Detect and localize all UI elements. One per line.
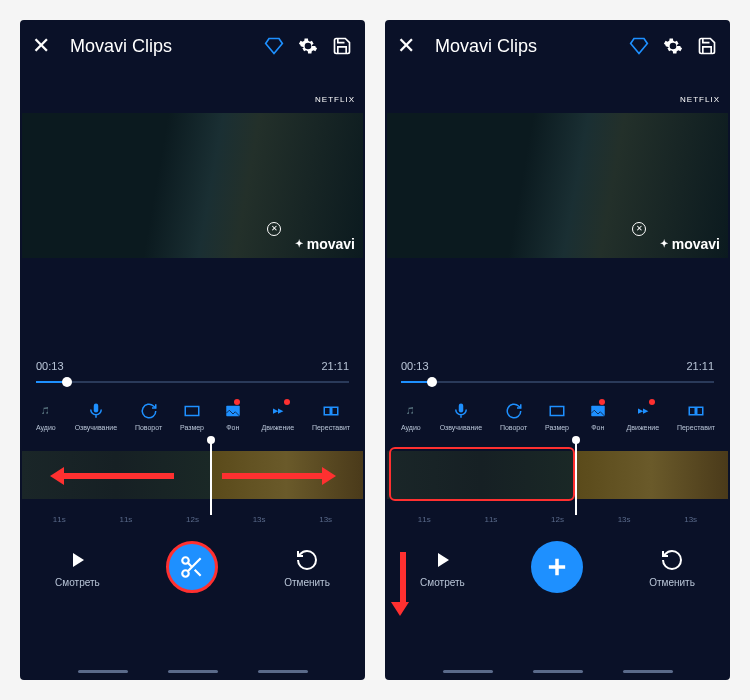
video-frame: ✕ NETFLIX ✦movavi <box>22 113 363 258</box>
app-header: ✕ Movavi Clips <box>22 22 363 70</box>
tool-row: 🎵Аудио Озвучивание Поворот Размер Фон ▶▶… <box>387 398 728 433</box>
progress-bar[interactable] <box>387 372 728 392</box>
watch-button[interactable]: Смотреть <box>55 547 100 588</box>
mic-icon <box>85 400 107 422</box>
close-button[interactable]: ✕ <box>32 33 50 59</box>
time-current: 00:13 <box>401 360 429 372</box>
app-title: Movavi Clips <box>70 36 251 57</box>
phone-screen-right: ✕ Movavi Clips ✕ NETFLIX ✦movavi 00:13 2… <box>385 20 730 680</box>
phone-screen-left: ✕ Movavi Clips ✕ NETFLIX ✦movavi 00:13 2… <box>20 20 365 680</box>
tool-row: 🎵Аудио Озвучивание Поворот Размер Фон ▶▶… <box>22 398 363 433</box>
annotation-selection-box <box>389 447 575 501</box>
timeline[interactable] <box>22 445 363 509</box>
audio-icon: 🎵 <box>400 400 422 422</box>
provider-tag: NETFLIX <box>680 95 720 104</box>
tool-audio[interactable]: 🎵Аудио <box>35 400 57 431</box>
size-icon <box>546 400 568 422</box>
time-current: 00:13 <box>36 360 64 372</box>
audio-icon: 🎵 <box>35 400 57 422</box>
ruler: 11s11s12s13s13s <box>387 515 728 529</box>
cut-button[interactable] <box>166 541 218 593</box>
tool-voice[interactable]: Озвучивание <box>75 400 117 431</box>
close-button[interactable]: ✕ <box>397 33 415 59</box>
svg-point-5 <box>182 557 189 564</box>
premium-diamond-icon[interactable] <box>628 35 650 57</box>
save-icon[interactable] <box>331 35 353 57</box>
rotate-icon <box>138 400 160 422</box>
bg-icon <box>222 400 244 422</box>
reorder-icon <box>320 400 342 422</box>
time-row: 00:13 21:11 <box>22 360 363 372</box>
provider-tag: NETFLIX <box>315 95 355 104</box>
video-frame: ✕ NETFLIX ✦movavi <box>387 113 728 258</box>
tool-reorder[interactable]: Переставит <box>677 400 715 431</box>
mic-icon <box>450 400 472 422</box>
movavi-watermark: ✦movavi <box>660 236 720 252</box>
time-total: 21:11 <box>686 360 714 372</box>
svg-rect-1 <box>185 407 199 416</box>
size-icon <box>181 400 203 422</box>
playhead[interactable] <box>210 439 212 515</box>
add-button[interactable] <box>531 541 583 593</box>
svg-rect-8 <box>550 407 564 416</box>
nav-bar <box>22 668 363 678</box>
movavi-watermark: ✦movavi <box>295 236 355 252</box>
watermark-close-icon[interactable]: ✕ <box>632 222 646 236</box>
settings-gear-icon[interactable] <box>662 35 684 57</box>
time-total: 21:11 <box>321 360 349 372</box>
nav-bar <box>387 668 728 678</box>
play-icon <box>429 547 455 573</box>
bg-icon <box>587 400 609 422</box>
svg-rect-4 <box>332 407 338 415</box>
time-row: 00:13 21:11 <box>387 360 728 372</box>
video-preview[interactable]: ✕ NETFLIX ✦movavi <box>22 70 363 300</box>
tool-rotate[interactable]: Поворот <box>135 400 162 431</box>
app-header: ✕ Movavi Clips <box>387 22 728 70</box>
undo-button[interactable]: Отменить <box>649 547 695 588</box>
tool-bg[interactable]: Фон <box>587 400 609 431</box>
undo-button[interactable]: Отменить <box>284 547 330 588</box>
svg-rect-3 <box>324 407 330 415</box>
action-row: Смотреть Отменить <box>387 529 728 601</box>
play-icon <box>64 547 90 573</box>
action-row: Смотреть Отменить <box>22 529 363 601</box>
watch-button[interactable]: Смотреть <box>420 547 465 588</box>
undo-icon <box>294 547 320 573</box>
annotation-arrow-right <box>222 467 336 485</box>
tool-voice[interactable]: Озвучивание <box>440 400 482 431</box>
save-icon[interactable] <box>696 35 718 57</box>
timeline[interactable] <box>387 445 728 509</box>
svg-point-6 <box>182 570 189 577</box>
tool-reorder[interactable]: Переставит <box>312 400 350 431</box>
progress-bar[interactable] <box>22 372 363 392</box>
tool-motion[interactable]: ▶▶Движение <box>627 400 660 431</box>
premium-diamond-icon[interactable] <box>263 35 285 57</box>
rotate-icon <box>503 400 525 422</box>
watermark-close-icon[interactable]: ✕ <box>267 222 281 236</box>
annotation-arrow-left <box>50 467 174 485</box>
tool-size[interactable]: Размер <box>545 400 569 431</box>
tool-motion[interactable]: ▶▶Движение <box>262 400 295 431</box>
tool-bg[interactable]: Фон <box>222 400 244 431</box>
svg-rect-7 <box>459 404 464 413</box>
tool-audio[interactable]: 🎵Аудио <box>400 400 422 431</box>
ruler: 11s11s12s13s13s <box>22 515 363 529</box>
tool-rotate[interactable]: Поворот <box>500 400 527 431</box>
video-preview[interactable]: ✕ NETFLIX ✦movavi <box>387 70 728 300</box>
svg-rect-10 <box>689 407 695 415</box>
tool-size[interactable]: Размер <box>180 400 204 431</box>
svg-rect-0 <box>94 404 99 413</box>
undo-icon <box>659 547 685 573</box>
settings-gear-icon[interactable] <box>297 35 319 57</box>
svg-rect-11 <box>697 407 703 415</box>
app-title: Movavi Clips <box>435 36 616 57</box>
reorder-icon <box>685 400 707 422</box>
annotation-arrow-down <box>397 552 409 616</box>
